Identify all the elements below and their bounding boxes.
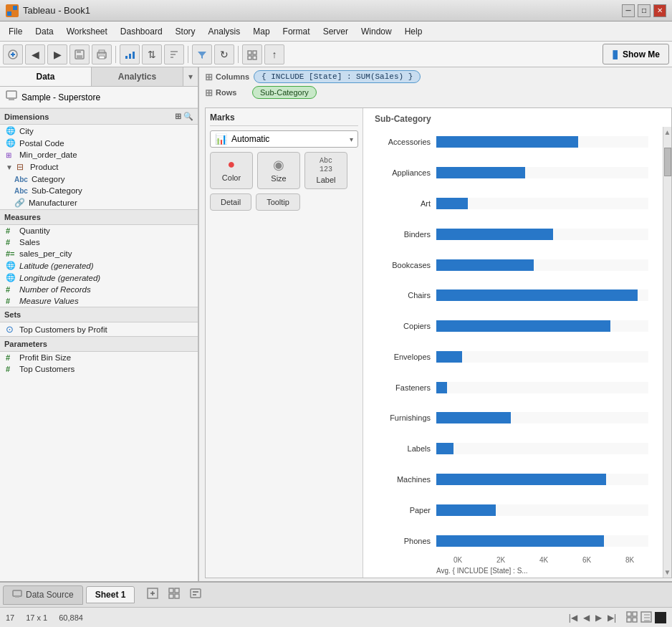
toolbar-chart-button[interactable] [120,44,140,64]
menu-worksheet[interactable]: Worksheet [61,24,113,39]
field-min-order-date[interactable]: ⊞ Min_order_date [0,149,198,161]
mark-size-button[interactable]: ◉ Size [257,152,300,189]
field-top-customers[interactable]: ⊙ Top Customers by Profit [0,322,198,336]
field-list: 🌐 City 🌐 Postal Code ⊞ Min_order_date ▼ … [0,125,198,581]
menu-file[interactable]: File [3,24,28,39]
chart-caption: Avg. { INCLUDE [State] : S... [369,565,651,578]
nav-next-button[interactable]: ▶ [594,613,603,623]
toolbar-back-button[interactable]: ◀ [25,44,45,64]
maximize-button[interactable]: □ [638,4,651,17]
bottom-tab-sheet1[interactable]: Sheet 1 [86,586,135,603]
menu-analysis[interactable]: Analysis [203,24,246,39]
mark-tooltip-button[interactable]: Tooltip [256,193,300,211]
app-icon [6,4,19,17]
field-num-records-label: Number of Records [19,285,91,294]
mark-color-button[interactable]: ● Color [210,152,253,189]
dark-mode-button[interactable] [655,612,666,623]
field-min-order-date-label: Min_order_date [19,150,77,159]
scroll-thumb[interactable] [664,148,671,176]
chart-scrollbar[interactable]: ▲ ▼ [663,127,671,578]
columns-pill[interactable]: { INCLUDE [State] : SUM(Sales) } [254,70,421,83]
field-profit-bin-size[interactable]: # Profit Bin Size [0,352,198,363]
bar-fill [436,535,604,547]
viz-container: Marks 📊 Automatic ▾ ● Color ◉ Size [205,107,672,578]
marks-dropdown-arrow: ▾ [350,135,353,143]
mark-detail-button[interactable]: Detail [210,193,251,211]
bottom-new-sheet-buttons [143,585,205,604]
menu-format[interactable]: Format [277,24,316,39]
svg-rect-30 [633,612,637,616]
toolbar-sort-button[interactable] [164,44,184,64]
globe-icon-lat: 🌐 [6,261,16,270]
marks-type-dropdown[interactable]: 📊 Automatic ▾ [210,130,358,148]
toolbar-save-button[interactable] [69,44,90,64]
toolbar-forward-button[interactable]: ▶ [47,44,67,64]
panel-tab-data[interactable]: Data [0,67,92,86]
field-num-records[interactable]: # Number of Records [0,284,198,295]
field-city[interactable]: 🌐 City [0,125,198,137]
toolbar-group-button[interactable] [242,44,262,64]
new-story-button[interactable] [186,585,205,604]
bottom-tab-datasource[interactable]: Data Source [3,585,83,605]
svg-rect-21 [13,590,21,596]
dimensions-grid-icon[interactable]: ⊞ [175,112,181,121]
toolbar-sort-asc-button[interactable]: ↑ [264,44,284,64]
mark-label-button[interactable]: Abc123 Label [304,152,347,189]
scroll-down-arrow[interactable]: ▼ [664,568,671,576]
field-latitude[interactable]: 🌐 Latitude (generated) [0,259,198,272]
dimensions-controls[interactable]: ⊞ 🔍 [175,112,193,121]
menu-help[interactable]: Help [399,24,428,39]
new-worksheet-button[interactable] [143,585,162,604]
close-button[interactable]: ✕ [653,4,666,17]
scroll-up-arrow[interactable]: ▲ [664,128,671,136]
data-source-item[interactable]: Sample - Superstore [0,87,198,108]
nav-first-button[interactable]: |◀ [567,613,579,623]
menu-story[interactable]: Story [170,24,201,39]
menu-window[interactable]: Window [355,24,398,39]
rows-pill[interactable]: Sub-Category [252,86,317,99]
bar-fill [436,289,638,301]
field-sales-per-city[interactable]: #= sales_per_city [0,248,198,259]
grid-view-button[interactable] [626,611,638,624]
bar-track [436,167,648,178]
toolbar-refresh-button[interactable]: ↻ [214,44,234,64]
bar-fill [436,412,511,423]
field-quantity[interactable]: # Quantity [0,225,198,236]
field-postal-code[interactable]: 🌐 Postal Code [0,137,198,149]
field-manufacturer[interactable]: 🔗 Manufacturer [0,196,198,209]
list-view-button[interactable] [640,611,652,624]
field-product[interactable]: ▼ ⊟ Product [0,161,198,173]
field-sales[interactable]: # Sales [0,236,198,248]
menu-data[interactable]: Data [29,24,59,39]
datasource-tab-label: Data Source [26,590,74,600]
menu-dashboard[interactable]: Dashboard [115,24,168,39]
toolbar-new-button[interactable] [3,44,23,64]
dimensions-search-icon[interactable]: 🔍 [183,112,193,121]
show-me-button[interactable]: ▮ Show Me [603,44,669,64]
svg-rect-29 [627,612,631,616]
svg-rect-11 [125,56,128,59]
toolbar-swap-button[interactable]: ⇅ [142,44,162,64]
panel-tab-analytics[interactable]: Analytics [92,67,183,86]
menu-server[interactable]: Server [317,24,354,39]
bar-label: Fasteners [369,383,433,392]
field-category[interactable]: Abc Category [0,173,198,185]
nav-last-button[interactable]: ▶| [606,613,618,623]
nav-prev-button[interactable]: ◀ [582,613,591,623]
field-top-customers-param[interactable]: # Top Customers [0,363,198,375]
bar-label: Paper [369,506,433,514]
product-collapse[interactable]: ▼ [6,163,13,171]
field-sub-category[interactable]: Abc Sub-Category [0,185,198,196]
axis-4k: 4K [522,556,565,564]
field-measure-values[interactable]: # Measure Values [0,295,198,307]
hash-icon-sales: # [6,238,16,247]
minimize-button[interactable]: ─ [622,4,635,17]
field-city-label: City [19,127,34,135]
toolbar-filter-button[interactable] [192,44,212,64]
measures-header: Measures [0,209,198,225]
new-dashboard-button[interactable] [165,585,183,604]
field-longitude[interactable]: 🌐 Longitude (generated) [0,272,198,284]
panel-tab-dropdown[interactable]: ▾ [183,67,198,86]
toolbar-print-button[interactable] [92,44,112,64]
menu-map[interactable]: Map [247,24,275,39]
